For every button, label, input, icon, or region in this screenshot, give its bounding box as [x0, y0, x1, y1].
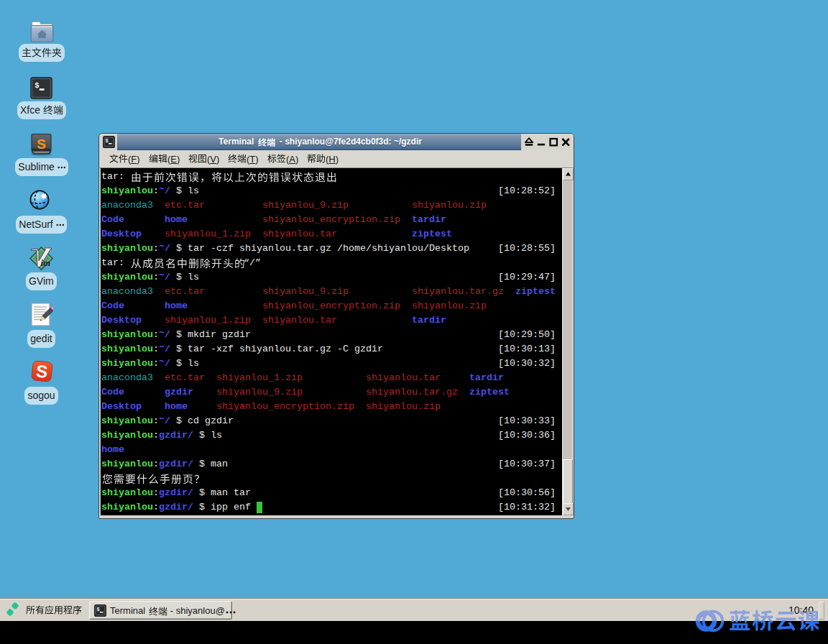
- svg-text:$: $: [106, 138, 109, 144]
- svg-text:$: $: [34, 81, 39, 90]
- svg-text:$: $: [97, 607, 100, 612]
- svg-text:S: S: [37, 137, 46, 152]
- svg-text:S: S: [35, 361, 49, 382]
- svg-text:im: im: [41, 257, 51, 268]
